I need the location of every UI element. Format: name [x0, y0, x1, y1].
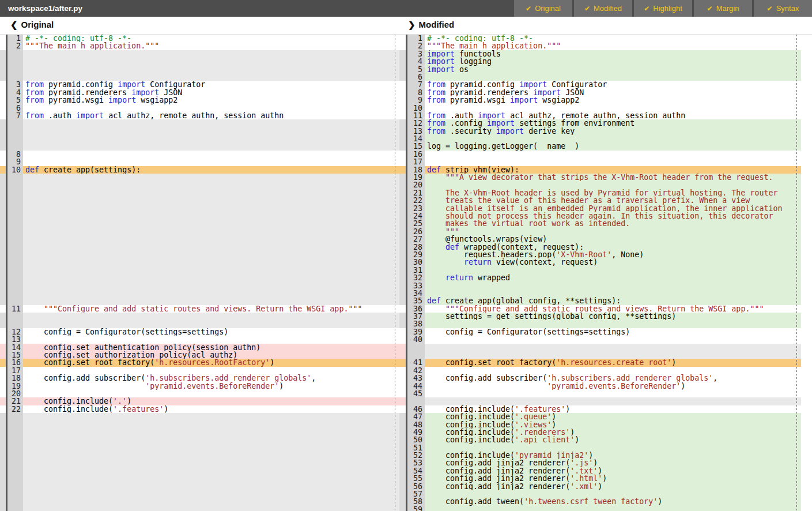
diff-strip-cell [0, 344, 6, 351]
code-line: config.include('.') [23, 397, 399, 405]
keyword-token: import [131, 89, 159, 96]
code-line: config.set_root_factory('h.resources.cre… [425, 359, 801, 366]
toolbar-button-highlight[interactable]: ✔Highlight [634, 0, 692, 17]
diff-strip-cell [0, 81, 6, 88]
code-token [427, 258, 464, 266]
code-line [23, 506, 399, 511]
diff-strip-cell [399, 266, 406, 274]
original-pane[interactable]: 12345678910111213141516171819202122# -*-… [0, 35, 399, 511]
code-line [23, 297, 399, 305]
code-token: ) [593, 459, 598, 467]
diff-strip-cell [0, 243, 6, 251]
keyword-token: import [427, 66, 455, 73]
code-line [425, 336, 801, 343]
modified-pane[interactable]: 1234567891011121314151617181920212223242… [399, 35, 801, 511]
chevron-left-icon[interactable]: ❮ [10, 20, 18, 29]
line-number: 52 [407, 452, 425, 459]
keyword-token: def [25, 166, 39, 174]
code-line [23, 127, 399, 135]
diff-strip-cell [0, 112, 6, 119]
diff-strip-cell [0, 490, 6, 498]
toolbar-button-syntax[interactable]: ✔Syntax [754, 0, 812, 17]
toolbar-button-label: Modified [594, 4, 622, 13]
line-number [7, 413, 23, 420]
pane-header-modified: ❯Modified [408, 20, 454, 30]
code-line [23, 467, 399, 475]
diff-strip-cell [399, 50, 406, 58]
diff-strip-cell [0, 151, 6, 158]
keyword-token: def [427, 297, 441, 305]
code-line [23, 290, 399, 297]
toolbar-button-margin[interactable]: ✔Margin [694, 0, 752, 17]
line-number: 21 [407, 189, 425, 197]
comment-token: # -*- coding: utf-8 -*- [25, 35, 131, 42]
line-number: 22 [407, 197, 425, 204]
line-number: 14 [407, 135, 425, 142]
diff-strip-cell [0, 305, 6, 313]
diff-strip-cell [0, 444, 6, 452]
string-token: makes the virtual root work as intended. [427, 220, 630, 227]
diff-strip-cell [0, 282, 6, 290]
code-line: config.add_jinja2_renderer('.xml') [425, 483, 801, 490]
diff-strip-cell [0, 498, 6, 505]
keyword-token: import [427, 50, 455, 58]
toolbar-button-label: Syntax [776, 4, 799, 13]
code-token: ) [552, 413, 556, 420]
code-line [23, 212, 399, 220]
code-token: create_app(settings): [39, 166, 141, 174]
code-line: callable itself is an embedded Pyramid a… [425, 205, 801, 212]
line-number: 14 [7, 344, 23, 351]
diff-strip-cell [399, 305, 406, 313]
code-token: pyramid.config [44, 81, 118, 88]
toolbar-button-original[interactable]: ✔Original [514, 0, 572, 17]
diff-strip-cell [0, 390, 6, 397]
code-token: config.add_subscriber( [25, 374, 145, 382]
diff-strip-cell [0, 367, 6, 374]
diff-strip-cell [399, 135, 406, 142]
diff-strip [399, 35, 406, 511]
toolbar-button-modified[interactable]: ✔Modified [574, 0, 632, 17]
diff-strip-cell [0, 142, 6, 150]
line-number: 16 [7, 359, 23, 366]
code-line [23, 197, 399, 204]
line-number [7, 228, 23, 235]
string-token: 'X-Vhm-Root' [556, 251, 611, 258]
pane-header-modified-label: Modified [419, 20, 455, 29]
string-token: '.features' [515, 405, 565, 413]
code-token [427, 382, 547, 390]
code-line: def create_app(global_config, **settings… [425, 297, 801, 305]
code-line: config.include('.api_client') [425, 436, 801, 444]
diff-strip-cell [0, 274, 6, 281]
string-token: """Configure and add static routes and v… [445, 305, 764, 313]
chevron-right-icon[interactable]: ❯ [408, 20, 416, 29]
diff-strip-cell [0, 266, 6, 274]
code-token: request.headers.pop( [427, 251, 556, 258]
diff-strip-cell [399, 42, 406, 50]
diff-strip-cell [399, 313, 406, 320]
window-title: workspace1/after.py [0, 0, 82, 17]
code-line [23, 58, 399, 65]
string-token: treats the value of this header as a tra… [427, 197, 750, 204]
line-number [7, 189, 23, 197]
code-token: ) [570, 429, 575, 436]
code-line [23, 158, 399, 166]
line-number: 6 [7, 104, 23, 112]
code-token: wsgiapp2 [136, 96, 177, 104]
line-number [7, 483, 23, 490]
toolbar: ✔Original✔Modified✔Highlight✔Margin✔Synt… [512, 0, 812, 17]
line-number [407, 397, 425, 405]
line-number: 57 [407, 490, 425, 498]
line-number [7, 212, 23, 220]
diff-strip-cell [0, 174, 6, 181]
code-line [23, 483, 399, 490]
toolbar-button-label: Margin [716, 4, 739, 13]
code-line [425, 351, 801, 359]
line-number: 17 [7, 367, 23, 374]
line-number: 42 [407, 367, 425, 374]
diff-strip-cell [399, 413, 406, 420]
line-number: 46 [407, 405, 425, 413]
code-line: from .security import derive_key [425, 127, 801, 135]
diff-strip-cell [399, 374, 406, 382]
code-token: pyramid.renderers [44, 89, 131, 96]
code-token: settings = get_settings(global_config, *… [427, 313, 676, 320]
